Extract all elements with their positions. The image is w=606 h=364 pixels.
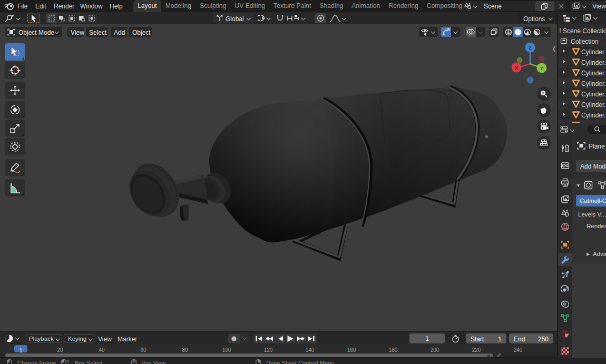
svg-text:Y: Y — [540, 66, 543, 71]
svg-text:X: X — [515, 65, 518, 71]
svg-text:Z: Z — [529, 45, 532, 51]
